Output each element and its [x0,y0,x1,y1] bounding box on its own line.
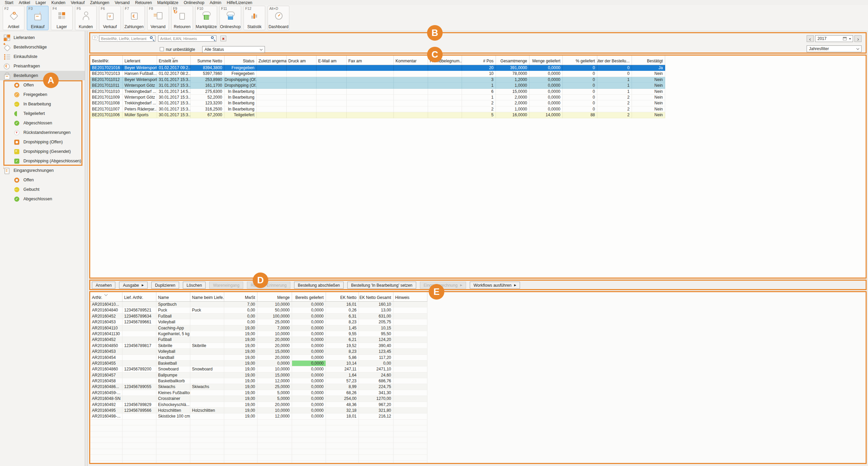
menu-item-verkauf[interactable]: Verkauf [68,0,88,5]
action-bestellung-abschliessen-button[interactable]: Bestellung abschließen [294,282,344,289]
search-icon[interactable] [150,36,153,39]
column-header-lief-artnr[interactable]: Lief. ArtNr. [122,292,156,301]
table-row[interactable]: BE2017021016Beyer Wintersport01.02.2017 … [90,65,665,71]
column-header-name-beim-liefe[interactable]: Name beim Liefe... [190,292,224,301]
column-header-erstellt-am[interactable]: Erstellt am [157,56,191,65]
column-header-status[interactable]: Status [225,56,257,65]
search-icon[interactable] [211,36,214,39]
column-header-menge-geliefert[interactable]: Menge geliefert [529,56,563,65]
table-row[interactable]: BE2017011010Trekkingbedarf ...31.01.2017… [90,89,665,95]
column-header-alter-der-bestellu[interactable]: Alter der Bestellu... [597,56,632,65]
table-row[interactable]: BE2017011009Wintersport Götz30.01.2017 1… [90,95,665,100]
column-header-kommentar[interactable]: Kommentar [394,56,428,65]
table-row[interactable]: AR201604860123456789200SnowboardSnowboar… [90,366,427,372]
toolbar-button-retouren[interactable]: F9Retouren [171,6,193,30]
menu-item-onlineshop[interactable]: Onlineshop [181,0,207,5]
action-loschen-button[interactable]: Löschen [183,282,206,289]
table-row[interactable]: BE2017011008Trekkingbedarf ...30.01.2017… [90,100,665,106]
sidebar-item-bestellvorschlage[interactable]: Bestellvorschläge [0,42,85,52]
menu-item-retouren[interactable]: Retouren [132,0,154,5]
column-header-menge[interactable]: Menge [257,292,292,301]
column-header-druck-am[interactable]: Druck am [287,56,316,65]
table-row[interactable]: AR20160457Ballpumpe19,0015,00000,00001,6… [90,372,427,378]
year-next-button[interactable] [854,35,862,42]
column-header-bereits-geliefert[interactable]: Bereits geliefert [292,292,326,301]
menu-item-start[interactable]: Start [2,0,16,5]
sidebar-splitter[interactable] [85,31,88,466]
sidebar-item-dropshipping-offen[interactable]: Dropshipping (Offen) [0,137,85,147]
toolbar-button-artikel[interactable]: F2Artikel [3,6,24,30]
sidebar-item-lieferanten[interactable]: Lieferanten [0,33,85,42]
table-row[interactable]: AR20160495123456789566HolzschlittenHolzs… [90,408,427,413]
article-search-input[interactable] [158,35,216,42]
column-header-ek-netto[interactable]: EK Netto [326,292,359,301]
menu-item-zahlungen[interactable]: Zahlungen [87,0,112,5]
sidebar-item-freigegeben[interactable]: Freigegeben [0,90,85,99]
table-row[interactable]: AR20160455Basketball19,000,00000,000010,… [90,361,427,366]
table-row[interactable]: AR20160452123465789634Fußball0,00100,000… [90,313,427,319]
toolbar-button-onlineshop[interactable]: F11Onlineshop [219,6,241,30]
table-row[interactable]: BE2017011011Wintersport Götz31.01.2017 1… [90,83,665,88]
table-row[interactable]: AR201604850123456789817SkibrilleSkibrill… [90,343,427,349]
column-header-mwst[interactable]: MwSt [224,292,257,301]
calendar-icon[interactable] [843,37,847,40]
only-unconfirmed-checkbox[interactable] [160,47,164,51]
table-row[interactable]: AR20160453123456789661Volleyball0,0025,0… [90,319,427,325]
sidebar-item-offen[interactable]: Offen [0,80,85,90]
menu-item-lager[interactable]: Lager [33,0,49,5]
sidebar-item-dropshipping-abgeschlossen[interactable]: Dropshipping (Abgeschlossen) [0,156,85,166]
column-header-geliefert[interactable]: % geliefert [563,56,597,65]
table-row[interactable]: BE2017011007Peters Räderpar...30.01.2017… [90,106,665,112]
column-header-bestatigt[interactable]: Bestätigt [632,56,665,65]
year-filter-dropdown[interactable]: Jahresfilter [807,45,862,52]
table-row[interactable]: AR201604110Coaching-App19,007,00000,0000… [90,325,427,331]
sidebar-item-abgeschlossen[interactable]: Abgeschlossen [0,194,85,204]
toolbar-button-dashboard[interactable]: Alt+DDashboard [268,6,289,30]
action-ansehen-button[interactable]: Ansehen [92,282,115,289]
sidebar-item-abgeschlossen[interactable]: Abgeschlossen [0,118,85,128]
order-search-input[interactable] [99,35,155,42]
table-row[interactable]: AR20160454Handball19,0020,00000,00005,86… [90,355,427,361]
table-row[interactable]: AR20160498-...Skistöcke 100 cm19,0012,00… [90,413,427,419]
toolbar-button-verkauf[interactable]: F6Verkauf [99,6,121,30]
column-header-lieferant[interactable]: Lieferant [123,56,157,65]
action-workflows-ausfuhren-button[interactable]: Workflows ausführen▶ [470,282,520,289]
sidebar-item-einkaufsliste[interactable]: Einkaufsliste [0,52,85,61]
table-row[interactable]: BE2017011012Beyer Wintersport31.01.2017 … [90,77,665,83]
menu-item-hilfe-lizenzen[interactable]: Hilfe/Lizenzen [224,0,255,5]
column-header-gesamtmenge[interactable]: Gesamtmenge [496,56,529,65]
column-header-pos[interactable]: # Pos [462,56,496,65]
column-header-zuletzt-angemahnt[interactable]: Zuletzt angemahnt [257,56,287,65]
year-prev-button[interactable] [807,35,814,42]
column-header-e-mail-am[interactable]: E-Mail am [316,56,347,65]
column-header-fax-am[interactable]: Fax am [347,56,394,65]
sidebar-item-eingangsrechnungen[interactable]: Eingangsrechnungen [0,166,85,175]
toolbar-button-lager[interactable]: F4Lager [51,6,73,30]
table-row[interactable]: AR20160458Basketballkorb19,0012,00000,00… [90,378,427,384]
action-ausgabe-button[interactable]: Ausgabe▶ [119,282,148,289]
toolbar-button-statistik[interactable]: F12Statistik [244,6,265,30]
table-row[interactable]: AR20160452Fußball19,0020,00000,00006,211… [90,337,427,343]
sidebar-item-preisanfragen[interactable]: Preisanfragen [0,61,85,71]
year-field[interactable]: 2017 [815,35,853,42]
column-header-hinweis[interactable]: Hinweis [393,292,427,301]
menu-item-marktplatze[interactable]: Marktplätze [155,0,181,5]
table-row[interactable]: AR2016048-SNCrosstrainer19,005,00000,000… [90,396,427,402]
sidebar-item-ruckstandserinnerungen[interactable]: Rückstandserinnerungen [0,128,85,137]
toolbar-button-kunden[interactable]: F5Kunden [75,6,97,30]
table-row[interactable]: AR20160492123456789829Eishockeyschlä...1… [90,402,427,408]
status-filter-dropdown[interactable]: Alle Status [202,46,265,53]
clear-search-button[interactable] [220,36,226,41]
table-row[interactable]: BE2017021013Hansen Fußball...01.02.2017 … [90,71,665,77]
column-header-summe-netto[interactable]: Summe Netto [191,56,225,65]
sidebar-item-offen[interactable]: Offen [0,175,85,185]
sidebar-item-gebucht[interactable]: Gebucht [0,185,85,194]
toolbar-button-marktplatze[interactable]: F10Marktplätze [195,6,217,30]
column-header-name[interactable]: Name [156,292,190,301]
table-row[interactable]: AR201604840123456789521PuckPuck0,0050,00… [90,307,427,313]
toolbar-button-zahlungen[interactable]: F7Zahlungen [123,6,145,30]
sidebar-item-in-bearbeitung[interactable]: In Bearbeitung [0,99,85,109]
action-bestellung-in-bearbeitung-setzen-button[interactable]: Bestellung 'In Bearbeitung' setzen [347,282,416,289]
sidebar-item-dropshipping-gesendet[interactable]: Dropshipping (Gesendet) [0,147,85,156]
column-header-bestellnr[interactable]: BestellNr. [90,56,123,65]
